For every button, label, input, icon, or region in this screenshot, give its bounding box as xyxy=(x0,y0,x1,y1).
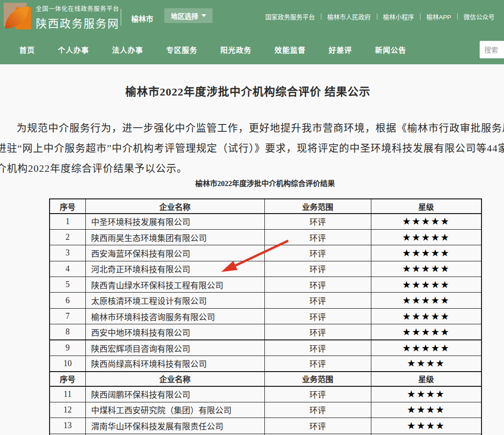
site-header: 全国一体化在线政务服务平台 陕西政务服务网 榆林市 地区选择 国家政务服务平台榆… xyxy=(0,0,504,34)
nav-item-3[interactable]: 法人办事 xyxy=(112,44,143,55)
platform-tagline: 全国一体化在线政务服务平台 xyxy=(36,4,119,12)
top-link-3[interactable]: 榆林小程序 xyxy=(383,12,414,21)
cell-company-name: 陕西青山绿水环保科技工程有限公司 xyxy=(85,277,264,293)
cell-star-rating: ★★★★ xyxy=(371,418,482,434)
table-row: 8西安中地环境科技有限公司环评★★★★★ xyxy=(50,324,482,340)
top-link-2[interactable]: 榆林市人民政府 xyxy=(327,12,371,21)
cell-business-scope: 环评 xyxy=(264,229,371,245)
nav-item-8[interactable]: 新闻公告 xyxy=(375,44,406,55)
cell-serial-number: 11 xyxy=(50,386,85,402)
cell-business-scope: 环评 xyxy=(264,293,371,308)
nav-items: 首页个人办事法人办事专区服务阳光政务效能监督好差评新闻公告 xyxy=(0,34,504,64)
column-header: 业务范围 xyxy=(264,372,371,386)
cell-serial-number: 1 xyxy=(50,214,85,229)
top-link-separator xyxy=(321,13,321,20)
table-row: 7榆林市环境科技咨询服务有限公司环评★★★★★ xyxy=(50,308,482,324)
cell-serial-number: 10 xyxy=(50,356,85,372)
cell-company-name: 陕西雨昊生态环境集团有限公司 xyxy=(85,229,264,245)
cell-business-scope: 环评 xyxy=(264,277,371,293)
site-logo-icon[interactable] xyxy=(4,3,31,30)
table-header-row: 序号企业名称业务范围星级 xyxy=(50,199,482,214)
chevron-down-icon xyxy=(202,14,206,17)
cell-star-rating: ★★★★ xyxy=(371,402,482,418)
table-row: 13渭南华山环保科技发展有限责任公司环评★★★★ xyxy=(50,418,482,434)
cell-star-rating: ★★★★★ xyxy=(371,277,482,293)
table-row: 2陕西雨昊生态环境集团有限公司环评★★★★★ xyxy=(50,229,482,245)
page: 全国一体化在线政务服务平台 陕西政务服务网 榆林市 地区选择 国家政务服务平台榆… xyxy=(0,0,504,435)
table-row: 5陕西青山绿水环保科技工程有限公司环评★★★★★ xyxy=(50,277,482,293)
cell-serial-number: 2 xyxy=(50,229,85,245)
paragraph-line-1: 为规范中介服务行为，进一步强化中介监管工作，更好地提升我市营商环境，根据《榆林市… xyxy=(0,118,504,138)
cell-business-scope: 环评 xyxy=(264,340,371,356)
paragraph-line-2: 进驻“网上中介服务超市”中介机构考评管理规定（试行）》要求，现将评定的中圣环境科… xyxy=(0,138,504,158)
cell-serial-number: 3 xyxy=(50,245,85,261)
nav-item-2[interactable]: 个人办事 xyxy=(58,44,89,55)
column-header: 星级 xyxy=(371,372,482,386)
cell-company-name: 渭南华山环保科技发展有限责任公司 xyxy=(85,418,264,434)
cell-star-rating: ★★★★★ xyxy=(371,229,482,245)
cell-serial-number: 9 xyxy=(50,340,85,356)
search-input[interactable] xyxy=(480,41,504,58)
cell-company-name: 中煤科工西安研究院（集团）有限公司 xyxy=(85,402,264,418)
column-header: 企业名称 xyxy=(85,199,264,214)
table-row: 10陕西尚绿高科环境科技有限公司环评★★★★ xyxy=(50,356,482,372)
top-link-5[interactable]: 微信公众号 xyxy=(464,12,495,21)
cell-company-name: 陕西阔鹏环保科技有限公司 xyxy=(85,386,264,402)
cell-star-rating: ★★★★★ xyxy=(371,340,482,356)
cell-star-rating: ★★★★ xyxy=(371,386,482,402)
cell-star-rating: ★★★★ xyxy=(371,356,482,372)
cell-company-name: 榆林市环境科技咨询服务有限公司 xyxy=(85,308,264,324)
column-header: 星级 xyxy=(371,199,482,214)
nav-item-7[interactable]: 好差评 xyxy=(329,44,352,55)
cell-star-rating: ★★★★★ xyxy=(371,308,482,324)
announcement-article: 榆林市2022年度涉批中介机构综合评价 结果公示 为规范中介服务行为，进一步强化… xyxy=(0,64,504,435)
cell-star-rating: ★★★★★ xyxy=(371,245,482,261)
cell-serial-number: 13 xyxy=(50,418,85,434)
region-selector-button[interactable]: 地区选择 xyxy=(164,8,213,23)
cell-serial-number: 6 xyxy=(50,293,85,308)
top-links: 国家政务服务平台榆林市人民政府榆林小程序榆林APP微信公众号注册 xyxy=(265,12,504,21)
top-link-separator xyxy=(420,13,420,20)
nav-item-6[interactable]: 效能监督 xyxy=(274,44,306,55)
evaluation-results-table: 序号企业名称业务范围星级1中圣环境科技发展有限公司环评★★★★★2陕西雨昊生态环… xyxy=(49,198,482,435)
cell-business-scope: 环评 xyxy=(264,214,371,229)
cell-serial-number: 4 xyxy=(50,261,85,277)
top-link-4[interactable]: 榆林APP xyxy=(426,12,451,21)
cell-serial-number: 5 xyxy=(50,277,85,293)
cell-company-name: 中圣环境科技发展有限公司 xyxy=(85,214,264,229)
table-row: 1中圣环境科技发展有限公司环评★★★★★ xyxy=(50,214,482,229)
cell-business-scope: 环评 xyxy=(264,308,371,324)
top-link-1[interactable]: 国家政务服务平台 xyxy=(265,12,315,21)
brand-text: 全国一体化在线政务服务平台 陕西政务服务网 xyxy=(36,4,119,31)
page-title: 榆林市2022年度涉批中介机构综合评价 结果公示 xyxy=(0,83,496,99)
table-row: 4河北奇正环境科技有限公司环评★★★★★ xyxy=(50,261,482,277)
cell-star-rating: ★★★★★ xyxy=(371,324,482,340)
announcement-paragraph: 为规范中介服务行为，进一步强化中介监管工作，更好地提升我市营商环境，根据《榆林市… xyxy=(0,118,504,179)
cell-star-rating: ★★★★★ xyxy=(371,293,482,308)
nav-item-5[interactable]: 阳光政务 xyxy=(220,44,252,55)
nav-item-4[interactable]: 专区服务 xyxy=(166,44,197,55)
cell-business-scope: 环评 xyxy=(264,386,371,402)
cell-business-scope: 环评 xyxy=(264,245,371,261)
region-selector-label: 地区选择 xyxy=(171,11,198,21)
column-header: 序号 xyxy=(50,199,85,214)
top-link-separator xyxy=(377,13,377,20)
site-title: 陕西政务服务网 xyxy=(36,15,119,31)
cell-business-scope: 环评 xyxy=(264,261,371,277)
cell-company-name: 陕西宏辉项目咨询有限公司 xyxy=(85,340,264,356)
table-caption: 榆林市2022年度涉批中介机构综合评价结果 xyxy=(49,177,481,188)
table-header-row: 序号企业名称业务范围星级 xyxy=(50,372,482,386)
cell-business-scope: 环评 xyxy=(264,356,371,372)
cell-business-scope: 环评 xyxy=(264,418,371,434)
header-divider xyxy=(121,9,121,26)
table-row: 12中煤科工西安研究院（集团）有限公司环评★★★★ xyxy=(50,402,482,418)
table-row: 6太原核清环境工程设计有限公司环评★★★★★ xyxy=(50,293,482,308)
cell-company-name: 西安中地环境科技有限公司 xyxy=(85,324,264,340)
table-row: 3西安海蓝环保科技有限公司环评★★★★★ xyxy=(50,245,482,261)
top-link-separator xyxy=(457,13,458,20)
nav-item-1[interactable]: 首页 xyxy=(19,44,35,55)
cell-company-name: 西安海蓝环保科技有限公司 xyxy=(85,245,264,261)
cell-star-rating: ★★★★★ xyxy=(371,261,482,277)
cell-serial-number: 12 xyxy=(50,402,85,418)
column-header: 序号 xyxy=(50,372,85,386)
